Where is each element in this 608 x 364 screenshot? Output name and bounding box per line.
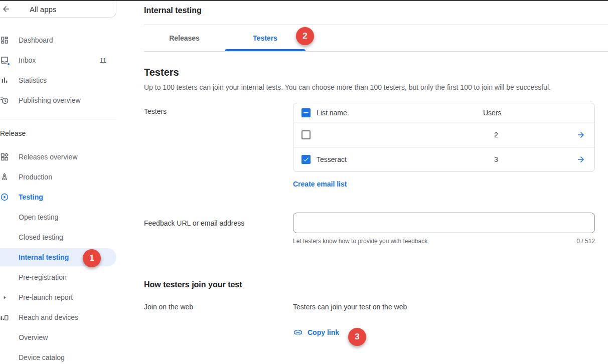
sidebar-item-inbox[interactable]: Inbox 11 [0, 50, 116, 70]
character-counter: 0 / 512 [576, 238, 595, 245]
sidebar-item-label: Reach and devices [19, 313, 78, 321]
dashboard-icon [0, 36, 9, 45]
all-apps-label: All apps [30, 5, 56, 14]
reach-devices-icon [0, 313, 9, 322]
table-header-row: List name Users [293, 103, 594, 122]
sidebar-item-closed-testing[interactable]: Closed testing [0, 227, 116, 247]
table-row: Tesseract 3 [293, 147, 594, 171]
sidebar-item-releases-overview[interactable]: Releases overview [0, 147, 116, 167]
tab-testers[interactable]: Testers [225, 25, 306, 51]
sidebar-item-label: Publishing overview [19, 96, 81, 104]
sidebar-item-testing[interactable]: Testing [0, 187, 116, 207]
sidebar-item-overview[interactable]: Overview [0, 327, 116, 347]
sidebar-item-label: Testing [19, 193, 43, 201]
testers-description: Up to 100 testers can join your internal… [144, 83, 575, 92]
expand-arrow-icon [0, 293, 9, 302]
active-tab-indicator [225, 49, 306, 51]
testers-table: List name Users 2 [293, 103, 595, 172]
tab-releases[interactable]: Releases [144, 25, 225, 51]
sidebar-item-label: Releases overview [19, 153, 78, 161]
copy-link-row: Copy link [144, 327, 608, 339]
annotation-marker-3: 3 [348, 328, 366, 346]
all-apps-button[interactable]: All apps [0, 1, 116, 18]
sidebar-item-open-testing[interactable]: Open testing [0, 207, 116, 227]
top-edge-divider [0, 0, 608, 1]
sidebar-item-publishing-overview[interactable]: Publishing overview [0, 90, 116, 110]
sidebar: All apps Dashboard Inbox 11 Statistics [0, 1, 116, 364]
sidebar-item-statistics[interactable]: Statistics [0, 70, 116, 90]
tab-bar: Releases Testers [144, 25, 608, 52]
sidebar-item-device-catalog[interactable]: Device catalog [0, 347, 116, 364]
tab-label: Testers [253, 34, 277, 42]
sidebar-item-label: Closed testing [19, 233, 63, 241]
users-count: 3 [483, 155, 567, 163]
sidebar-item-label: Device catalog [19, 353, 65, 361]
page-title: Internal testing [144, 1, 608, 25]
tab-label: Releases [169, 34, 200, 42]
production-icon [0, 172, 9, 181]
row-checkbox[interactable] [301, 155, 311, 164]
main-content: Internal testing Releases Testers Tester… [144, 1, 608, 364]
join-web-row: Join on the web Testers can join your te… [144, 303, 608, 311]
sidebar-section-release: Release [0, 128, 116, 139]
sidebar-item-production[interactable]: Production [0, 167, 116, 187]
join-web-label: Join on the web [144, 303, 293, 311]
testers-row-label: Testers [144, 103, 293, 189]
back-arrow-icon [2, 5, 11, 14]
annotation-marker-1: 1 [83, 249, 101, 267]
sidebar-item-reach-and-devices[interactable]: Reach and devices [0, 307, 116, 327]
inbox-count-badge: 11 [100, 57, 117, 64]
testing-icon [0, 193, 9, 202]
create-email-list-link[interactable]: Create email list [293, 180, 347, 188]
feedback-row-label: Feedback URL or email address [144, 213, 293, 245]
sidebar-nav: Dashboard Inbox 11 Statistics Publishing… [0, 18, 116, 364]
column-header-users: Users [483, 109, 567, 117]
inbox-notification-dot [7, 62, 11, 66]
feedback-hint: Let testers know how to provide you with… [293, 238, 427, 245]
feedback-url-input[interactable] [293, 213, 595, 233]
sidebar-item-label: Open testing [19, 213, 58, 221]
feedback-form-row: Feedback URL or email address Let tester… [144, 213, 608, 245]
users-count: 2 [483, 131, 567, 139]
sidebar-item-dashboard[interactable]: Dashboard [0, 30, 116, 50]
table-row: 2 [293, 122, 594, 147]
sidebar-item-label: Internal testing [19, 253, 69, 261]
link-icon [293, 327, 303, 337]
testers-section-heading: Testers [144, 66, 608, 78]
releases-overview-icon [0, 152, 9, 161]
sidebar-item-label: Pre-launch report [19, 293, 73, 301]
open-list-arrow-icon[interactable] [567, 130, 594, 139]
join-section-heading: How testers join your test [144, 280, 608, 290]
sidebar-item-label: Overview [19, 333, 48, 341]
join-web-text: Testers can join your test on the web [293, 303, 407, 311]
sidebar-item-label: Statistics [19, 76, 47, 84]
row-checkbox[interactable] [301, 130, 311, 139]
list-name: Tesseract [317, 155, 483, 163]
annotation-marker-2: 2 [296, 27, 314, 45]
column-header-list-name: List name [317, 109, 483, 117]
sidebar-item-pre-launch-report[interactable]: Pre-launch report [0, 287, 116, 307]
publishing-overview-icon [0, 96, 9, 105]
open-list-arrow-icon[interactable] [567, 155, 594, 164]
testers-form-row: Testers List name Users [144, 103, 608, 189]
sidebar-item-label: Inbox [19, 56, 36, 64]
sidebar-item-pre-registration[interactable]: Pre-registration [0, 267, 116, 287]
sidebar-item-label: Pre-registration [19, 273, 67, 281]
sidebar-item-label: Dashboard [19, 36, 53, 44]
select-all-checkbox[interactable] [301, 108, 311, 117]
statistics-icon [0, 76, 9, 85]
copy-link-label: Copy link [308, 328, 339, 336]
sidebar-divider [0, 119, 116, 119]
sidebar-item-label: Production [19, 173, 52, 181]
copy-link-button[interactable]: Copy link [293, 327, 339, 337]
inbox-icon [0, 56, 9, 65]
